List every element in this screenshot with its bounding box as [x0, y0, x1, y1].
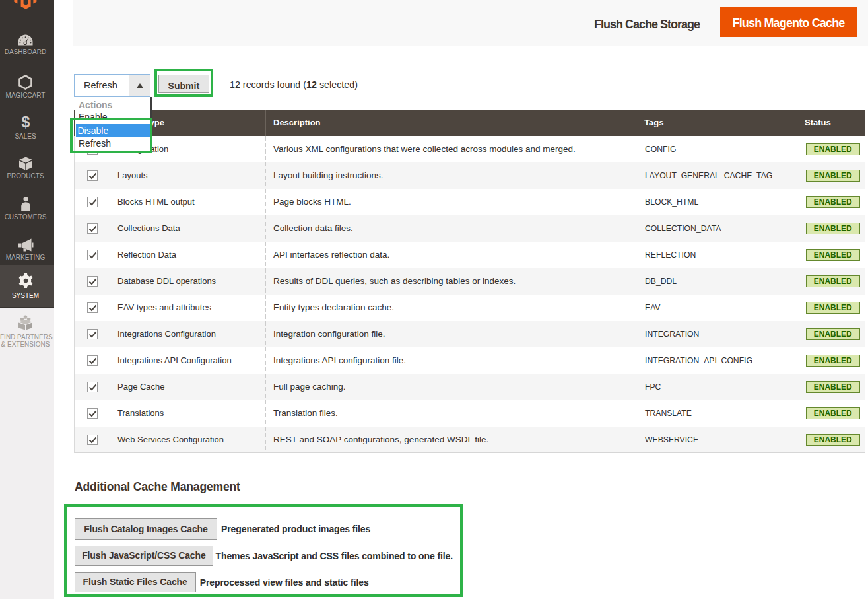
svg-text:$: $: [21, 115, 30, 131]
